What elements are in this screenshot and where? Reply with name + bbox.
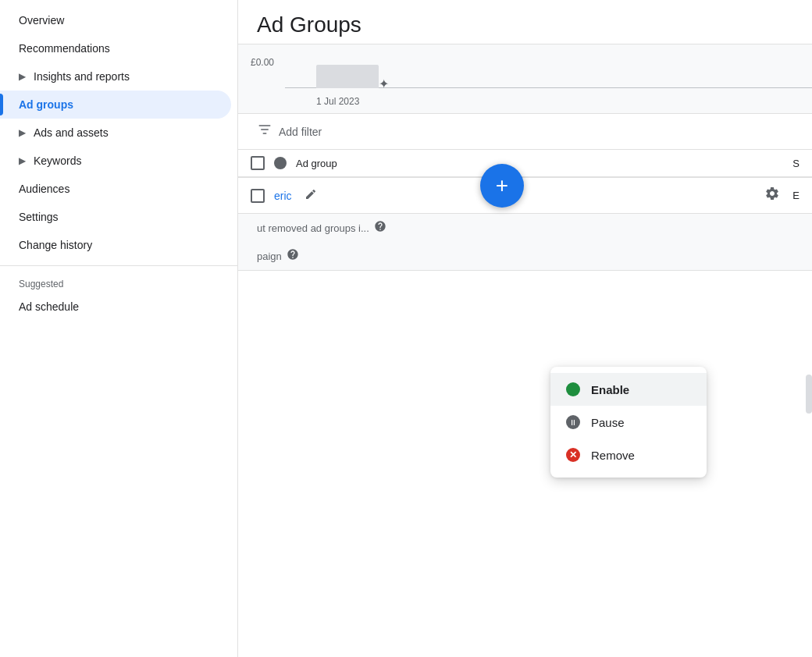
table-header: Ad group S [238, 150, 812, 178]
sidebar-item-label: Settings [19, 211, 59, 223]
sidebar-item-label: Ad schedule [19, 300, 79, 313]
sidebar-item-overview[interactable]: Overview [0, 6, 231, 34]
scrollbar[interactable] [806, 375, 812, 414]
status-column-dot [274, 157, 287, 169]
sidebar-item-keywords[interactable]: ▶ Keywords [0, 147, 231, 175]
sidebar-item-settings[interactable]: Settings [0, 203, 231, 231]
col-ad-group-label: Ad group [296, 158, 337, 169]
sidebar: Overview Recommendations ▶ Insights and … [0, 0, 238, 657]
sparkle-icon: ✦ [379, 76, 389, 91]
question-icon-2[interactable] [287, 248, 299, 264]
sidebar-item-ads-assets[interactable]: ▶ Ads and assets [0, 119, 231, 147]
sidebar-item-ad-schedule[interactable]: Ad schedule [0, 293, 231, 321]
sidebar-item-label: Ads and assets [34, 126, 109, 139]
sidebar-item-insights[interactable]: ▶ Insights and reports [0, 62, 231, 91]
menu-item-pause[interactable]: Pause [550, 406, 707, 439]
fab-plus-icon: + [496, 173, 508, 198]
context-dropdown-menu: Enable Pause ✕ Remove [550, 367, 707, 478]
sidebar-item-label: Ad groups [19, 98, 73, 111]
remove-label: Remove [591, 449, 635, 462]
chart-area: £0.00 ✦ 1 Jul 2023 [238, 44, 812, 114]
ad-group-name[interactable]: eric [274, 190, 292, 202]
sidebar-item-audiences[interactable]: Audiences [0, 175, 231, 203]
main-content: Ad Groups £0.00 ✦ 1 Jul 2023 Add filter … [238, 0, 812, 657]
gear-icon[interactable] [764, 186, 780, 205]
chart-y-label: £0.00 [251, 57, 274, 68]
info-text-1: ut removed ad groups i... [257, 222, 369, 234]
sidebar-item-ad-groups[interactable]: Ad groups [0, 91, 231, 119]
sidebar-item-change-history[interactable]: Change history [0, 231, 231, 259]
sidebar-item-label: Insights and reports [34, 70, 130, 83]
add-filter-label[interactable]: Add filter [279, 126, 322, 138]
context-info-rows: ut removed ad groups i... paign [238, 214, 812, 271]
menu-item-remove[interactable]: ✕ Remove [550, 439, 707, 471]
chevron-right-icon: ▶ [19, 71, 26, 82]
sidebar-item-label: Recommendations [19, 42, 110, 55]
sidebar-item-label: Keywords [34, 154, 81, 167]
row-checkbox[interactable] [251, 189, 265, 203]
sidebar-item-recommendations[interactable]: Recommendations [0, 34, 231, 62]
menu-item-enable[interactable]: Enable [550, 373, 707, 406]
filter-bar[interactable]: Add filter [238, 114, 812, 150]
chart-x-label: 1 Jul 2023 [316, 96, 359, 107]
question-icon-1[interactable] [374, 220, 386, 236]
chevron-right-icon: ▶ [19, 155, 26, 166]
sidebar-item-label: Change history [19, 239, 92, 251]
enable-status-icon [566, 382, 580, 396]
page-title-bar: Ad Groups [238, 0, 812, 44]
info-row-2: paign [238, 242, 812, 270]
fab-add-button[interactable]: + [480, 164, 524, 208]
col-s-label: S [792, 158, 800, 169]
col-b-value: E [792, 190, 800, 201]
pause-label: Pause [591, 416, 625, 429]
info-text-2: paign [257, 250, 282, 262]
chevron-right-icon: ▶ [19, 127, 26, 138]
select-all-checkbox[interactable] [251, 156, 265, 170]
edit-pencil-icon[interactable] [304, 188, 317, 204]
table-row: eric E [238, 178, 812, 214]
pause-status-icon [566, 415, 580, 429]
page-title: Ad Groups [257, 12, 793, 37]
sidebar-item-label: Overview [19, 14, 64, 27]
filter-icon [257, 122, 272, 141]
sidebar-item-label: Audiences [19, 183, 69, 195]
info-row-1: ut removed ad groups i... [238, 214, 812, 242]
enable-label: Enable [591, 383, 629, 396]
sidebar-suggested-label: Suggested [0, 272, 237, 293]
sidebar-divider [0, 265, 237, 266]
chart-bar [316, 65, 379, 88]
remove-status-icon: ✕ [566, 448, 580, 462]
